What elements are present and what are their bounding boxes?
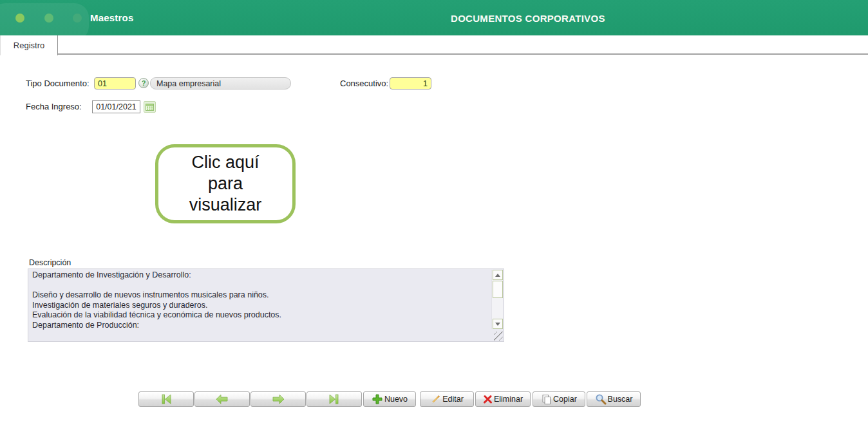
window-dot-1-icon: [15, 14, 24, 23]
nuevo-button[interactable]: Nuevo: [363, 391, 416, 407]
consecutivo-label: Consecutivo:: [340, 79, 388, 88]
nuevo-label: Nuevo: [384, 395, 408, 404]
descripcion-text[interactable]: Departamento de Investigación y Desarrol…: [28, 269, 491, 341]
header-bar: Maestros DOCUMENTOS CORPORATIVOS: [0, 0, 868, 35]
scroll-up-icon[interactable]: [493, 270, 503, 280]
scrollbar-thumb[interactable]: [493, 281, 503, 298]
consecutivo-input[interactable]: [390, 77, 431, 89]
copiar-label: Copiar: [553, 395, 577, 404]
copiar-button[interactable]: Copiar: [533, 391, 585, 407]
last-record-button[interactable]: [307, 391, 362, 407]
buscar-button[interactable]: Buscar: [587, 391, 641, 407]
documentos-corporativos-window: Maestros DOCUMENTOS CORPORATIVOS Registr…: [0, 0, 868, 423]
last-record-icon: [326, 393, 342, 405]
descripcion-textarea[interactable]: Departamento de Investigación y Desarrol…: [28, 268, 504, 342]
visualizar-button[interactable]: Clic aquí para visualizar: [155, 144, 296, 223]
pencil-icon: [430, 394, 441, 405]
buscar-label: Buscar: [608, 395, 633, 404]
next-record-button[interactable]: [250, 391, 306, 407]
first-record-button[interactable]: [138, 391, 194, 407]
delete-x-icon: [483, 395, 493, 404]
resize-grip-icon[interactable]: [494, 332, 503, 341]
previous-record-icon: [214, 393, 230, 405]
descripcion-label: Descripción: [29, 258, 71, 267]
tab-registro[interactable]: Registro: [0, 35, 58, 55]
copy-pages-icon: [541, 394, 552, 405]
scroll-down-icon[interactable]: [493, 319, 503, 329]
previous-record-button[interactable]: [194, 391, 250, 407]
eliminar-label: Eliminar: [494, 395, 523, 404]
next-record-icon: [270, 393, 286, 405]
magnifier-icon: [595, 393, 607, 405]
eliminar-button[interactable]: Eliminar: [475, 391, 531, 407]
tipo-documento-input[interactable]: [94, 77, 136, 89]
tipo-documento-description-text: Mapa empresarial: [156, 79, 221, 88]
page-title: DOCUMENTOS CORPORATIVOS: [451, 13, 605, 24]
first-record-icon: [158, 393, 174, 405]
descripcion-scrollbar[interactable]: [491, 270, 503, 329]
editar-label: Editar: [442, 395, 464, 404]
tipo-documento-label: Tipo Documento:: [26, 79, 90, 88]
window-dot-3-icon: [73, 14, 82, 23]
app-title: Maestros: [90, 12, 133, 23]
plus-icon: [372, 393, 383, 405]
fecha-ingreso-label: Fecha Ingreso:: [26, 102, 82, 111]
tab-bar: Registro: [0, 35, 868, 55]
editar-button[interactable]: Editar: [420, 391, 474, 407]
window-dot-2-icon: [44, 14, 53, 23]
help-icon[interactable]: ?: [138, 78, 149, 88]
fecha-ingreso-input[interactable]: [92, 100, 140, 113]
calendar-icon[interactable]: [144, 101, 156, 113]
tipo-documento-description-field: Mapa empresarial: [150, 77, 291, 89]
